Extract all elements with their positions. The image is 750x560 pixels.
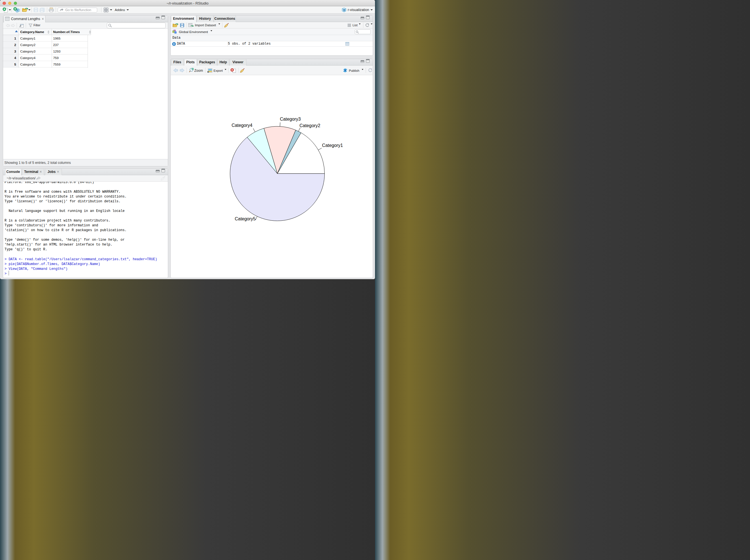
svg-text:Category2: Category2 bbox=[299, 123, 320, 128]
svg-text:Category5: Category5 bbox=[235, 216, 255, 221]
svg-text:Category4: Category4 bbox=[232, 123, 252, 128]
svg-text:R: R bbox=[343, 8, 346, 12]
svg-text:Category1: Category1 bbox=[322, 143, 343, 147]
svg-text:Category3: Category3 bbox=[280, 117, 301, 121]
